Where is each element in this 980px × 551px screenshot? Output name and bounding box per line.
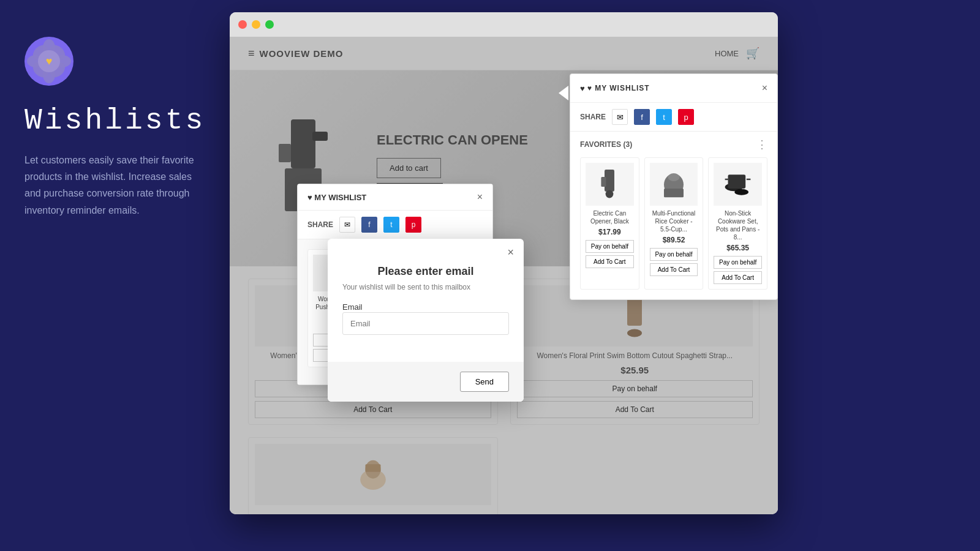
- email-label: Email: [342, 302, 363, 312]
- svg-rect-24: [601, 177, 606, 187]
- wishlist-item-name-1: Multi-Functional Rice Cooker - 5.5-Cup..…: [650, 209, 698, 233]
- wishlist-pay-btn-0[interactable]: Pay on behalf: [586, 240, 634, 253]
- wishlist-favorites-header: FAVORITES (3) ⋮: [570, 132, 777, 157]
- svg-rect-32: [725, 178, 729, 179]
- app-title: Wishlists: [24, 104, 202, 137]
- modal-footer: Send: [328, 362, 524, 402]
- maximize-browser-btn[interactable]: [265, 20, 274, 29]
- modal-header: ×: [328, 239, 524, 259]
- svg-text:♥: ♥: [46, 55, 53, 67]
- wishlist-item-img-0: [586, 163, 634, 206]
- close-browser-btn[interactable]: [238, 20, 247, 29]
- svg-rect-27: [664, 188, 684, 197]
- svg-point-31: [734, 189, 748, 195]
- send-button[interactable]: Send: [460, 372, 509, 392]
- modal-subtitle: Your wishlist will be sent to this mailb…: [342, 283, 509, 291]
- wishlist-item-2: Non-Stick Cookware Set, Pots and Pans - …: [708, 157, 767, 290]
- wishlist-add-btn-1[interactable]: Add To Cart: [650, 263, 698, 276]
- wishlist-item-price-0: $17.99: [586, 228, 634, 236]
- favorites-label: FAVORITES (3): [580, 140, 632, 149]
- wishlist-item-img-2: [714, 163, 762, 206]
- facebook-share-icon[interactable]: f: [634, 109, 650, 125]
- svg-rect-33: [747, 178, 751, 179]
- wishlist-item-price-1: $89.52: [650, 236, 698, 244]
- wishlist-pay-btn-1[interactable]: Pay on behalf: [650, 248, 698, 261]
- mw-share-label: SHARE: [307, 220, 333, 229]
- email-input[interactable]: [342, 312, 509, 335]
- wishlist-item-price-2: $65.35: [714, 244, 762, 252]
- mw-header: ♥ MY WISHLIST ×: [298, 184, 492, 211]
- wishlist-panel-header: ♥ ♥ MY WISHLIST ×: [570, 74, 777, 103]
- svg-point-25: [606, 190, 614, 198]
- app-description: Let customers easily save their favorite…: [24, 152, 202, 219]
- wishlist-add-btn-0[interactable]: Add To Cart: [586, 255, 634, 268]
- favorites-more-icon[interactable]: ⋮: [756, 138, 767, 151]
- email-share-icon[interactable]: ✉: [612, 109, 628, 125]
- wishlist-pay-btn-2[interactable]: Pay on behalf: [714, 256, 762, 269]
- svg-point-28: [668, 173, 679, 181]
- app-logo: ♥: [24, 37, 74, 86]
- shop-content: ≡ WOOVIEW DEMO HOME 🛒 ♥ My Wishlist: [230, 37, 778, 514]
- mw-share-row: SHARE ✉ f t p: [298, 211, 492, 239]
- mw-title: ♥ MY WISHLIST: [307, 193, 366, 202]
- pinterest-share-icon[interactable]: p: [678, 109, 694, 125]
- mw-facebook-icon[interactable]: f: [361, 217, 377, 233]
- svg-rect-30: [728, 174, 746, 189]
- wishlist-share-label: SHARE: [580, 113, 606, 121]
- wishlist-item-img-1: [650, 163, 698, 206]
- wishlist-items-row: Electric Can Opener, Black $17.99 Pay on…: [570, 157, 777, 299]
- left-panel: ♥ Wishlists Let customers easily save th…: [0, 0, 227, 551]
- wishlist-panel-heart-icon: ♥: [580, 84, 585, 93]
- svg-rect-23: [605, 170, 614, 192]
- wishlist-item-name-0: Electric Can Opener, Black: [586, 209, 634, 225]
- email-modal: × Please enter email Your wishlist will …: [328, 239, 524, 402]
- browser-window: ≡ WOOVIEW DEMO HOME 🛒 ♥ My Wishlist: [230, 12, 778, 514]
- minimize-browser-btn[interactable]: [252, 20, 260, 29]
- browser-titlebar: [230, 12, 778, 37]
- wishlist-share-row: SHARE ✉ f t p: [570, 103, 777, 132]
- wishlist-item-1: Multi-Functional Rice Cooker - 5.5-Cup..…: [644, 157, 704, 290]
- mw-pinterest-icon[interactable]: p: [405, 217, 421, 233]
- wishlist-item-name-2: Non-Stick Cookware Set, Pots and Pans - …: [714, 209, 762, 241]
- mw-email-icon[interactable]: ✉: [339, 217, 355, 233]
- wishlist-panel-title: ♥ ♥ MY WISHLIST: [580, 84, 650, 93]
- modal-title: Please enter email: [342, 265, 509, 278]
- mw-twitter-icon[interactable]: t: [383, 217, 399, 233]
- wishlist-item-0: Electric Can Opener, Black $17.99 Pay on…: [580, 157, 639, 290]
- wishlist-panel: ♥ ♥ MY WISHLIST × SHARE ✉ f t p FAVORITE…: [570, 73, 778, 300]
- modal-body: Please enter email Your wishlist will be…: [328, 259, 524, 362]
- wishlist-add-btn-2[interactable]: Add To Cart: [714, 271, 762, 284]
- modal-close-button[interactable]: ×: [507, 246, 514, 259]
- wishlist-pointer: [559, 86, 568, 100]
- twitter-share-icon[interactable]: t: [656, 109, 672, 125]
- wishlist-panel-close-button[interactable]: ×: [762, 83, 767, 94]
- my-wishlist-close-button[interactable]: ×: [477, 192, 483, 203]
